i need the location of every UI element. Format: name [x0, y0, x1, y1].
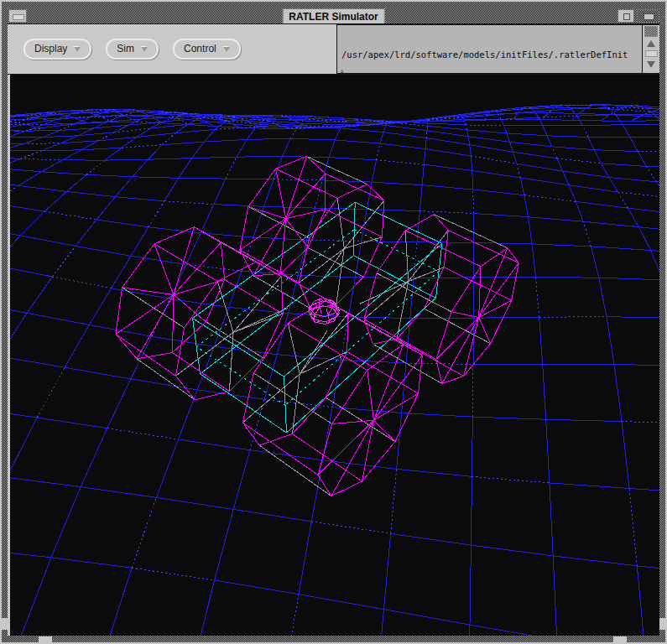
frame-notch: [39, 636, 52, 644]
robot-chassis: [193, 202, 442, 433]
control-menu-button[interactable]: Control: [173, 39, 241, 60]
frame-notch: [0, 618, 8, 630]
menu-toolbar: Display Sim Control: [8, 24, 336, 74]
window-menu-button[interactable]: [8, 9, 27, 23]
sim-menu-label: Sim: [117, 41, 134, 57]
window-body: Display Sim Control /usr/apex/lrd/softwa…: [8, 23, 659, 636]
display-menu-button[interactable]: Display: [23, 39, 91, 60]
chevron-down-icon: [223, 47, 230, 52]
terrain-grid: [10, 105, 659, 636]
resize-button[interactable]: [637, 9, 659, 23]
title-bar[interactable]: RATLER Simulator: [8, 8, 659, 23]
resize-icon: [644, 13, 654, 20]
control-menu-label: Control: [184, 41, 216, 57]
scrollbar-anchor[interactable]: [644, 26, 658, 37]
log-scrollbar[interactable]: [642, 24, 659, 74]
log-panel: /usr/apex/lrd/software/models/initFiles/…: [336, 24, 642, 74]
wireframe-scene-svg: [10, 75, 659, 636]
iconify-icon: [623, 13, 630, 20]
chevron-down-icon: [74, 47, 81, 52]
frame-notch: [659, 618, 667, 630]
sim-menu-button[interactable]: Sim: [106, 39, 159, 60]
arrow-down-icon: [647, 61, 655, 68]
frame-notch: [613, 636, 627, 644]
robot-chassis-dashed: [196, 230, 439, 406]
display-menu-label: Display: [34, 41, 67, 57]
iconify-button[interactable]: [617, 9, 634, 23]
text-caret-icon: ▵: [340, 67, 344, 74]
toolbar-row: Display Sim Control /usr/apex/lrd/softwa…: [8, 23, 659, 75]
app-window: RATLER Simulator Display Sim Control: [0, 0, 667, 644]
log-area: /usr/apex/lrd/software/models/initFiles/…: [336, 24, 659, 74]
simulation-viewport[interactable]: [10, 75, 659, 636]
scroll-up-button[interactable]: [644, 37, 659, 49]
log-line: /usr/apex/lrd/software/models/initFiles/…: [341, 49, 642, 61]
chevron-down-icon: [141, 47, 148, 52]
window-title: RATLER Simulator: [282, 8, 384, 25]
scrollbar-track[interactable]: [645, 50, 658, 57]
scroll-down-button[interactable]: [644, 58, 659, 70]
window-menu-icon: [13, 14, 24, 20]
arrow-up-icon: [647, 40, 655, 47]
